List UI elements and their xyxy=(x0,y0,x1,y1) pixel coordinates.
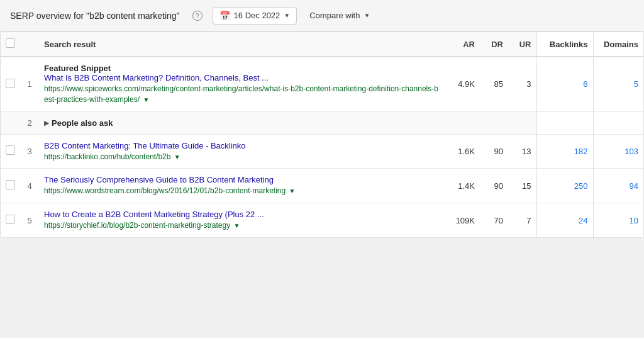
paa-row: ▶People also ask xyxy=(44,118,440,128)
serp-table: Search result AR DR UR Backlinks Domains… xyxy=(1,32,643,237)
featured-snippet-label: Featured Snippet xyxy=(44,64,440,73)
row-checkbox-cell xyxy=(1,134,20,169)
paa-label: People also ask xyxy=(52,118,113,128)
page-title: SERP overview for "b2b content marketing… xyxy=(10,11,180,21)
table-row: 2▶People also ask xyxy=(1,111,643,134)
row-number: 4 xyxy=(20,169,39,203)
compare-label: Compare with xyxy=(309,11,360,20)
row-number: 2 xyxy=(20,111,39,134)
header-checkbox[interactable] xyxy=(6,38,15,48)
row-checkbox[interactable] xyxy=(6,215,15,224)
row-checkbox-cell xyxy=(1,169,20,203)
row-ur xyxy=(508,111,536,134)
row-domains[interactable]: 10 xyxy=(593,203,643,237)
row-checkbox[interactable] xyxy=(6,145,15,155)
row-checkbox[interactable] xyxy=(6,79,15,88)
row-checkbox-cell xyxy=(1,203,20,237)
result-title[interactable]: The Seriously Comprehensive Guide to B2B… xyxy=(44,175,440,184)
row-checkbox-cell xyxy=(1,57,20,111)
row-search-result: ▶People also ask xyxy=(39,111,445,134)
row-search-result: B2B Content Marketing: The Ultimate Guid… xyxy=(39,134,445,169)
compare-with-button[interactable]: Compare with ▼ xyxy=(307,8,372,23)
result-url[interactable]: https://www.wordstream.com/blog/ws/2016/… xyxy=(44,186,440,196)
row-dr: 90 xyxy=(480,134,508,169)
col-header-domains: Domains xyxy=(593,32,643,57)
row-search-result: The Seriously Comprehensive Guide to B2B… xyxy=(39,169,445,203)
row-number: 3 xyxy=(20,134,39,169)
col-header-ur: UR xyxy=(508,32,536,57)
table-row: 5How to Create a B2B Content Marketing S… xyxy=(1,203,643,237)
chevron-down-icon: ▼ xyxy=(364,12,370,19)
url-dropdown-arrow[interactable]: ▼ xyxy=(143,96,149,103)
col-header-backlinks: Backlinks xyxy=(536,32,593,57)
url-dropdown-arrow[interactable]: ▼ xyxy=(233,222,240,229)
row-backlinks[interactable]: 24 xyxy=(536,203,593,237)
row-ur: 3 xyxy=(508,57,536,111)
row-number: 5 xyxy=(20,203,39,237)
row-backlinks[interactable]: 250 xyxy=(536,169,593,203)
row-dr: 85 xyxy=(480,57,508,111)
calendar-icon: 📅 xyxy=(219,11,230,21)
row-search-result: How to Create a B2B Content Marketing St… xyxy=(39,203,445,237)
result-title[interactable]: B2B Content Marketing: The Ultimate Guid… xyxy=(44,141,440,150)
col-header-checkbox[interactable] xyxy=(1,32,20,57)
row-ar: 1.6K xyxy=(445,134,480,169)
url-dropdown-arrow[interactable]: ▼ xyxy=(289,188,296,194)
page-header: SERP overview for "b2b content marketing… xyxy=(0,0,644,31)
row-backlinks xyxy=(536,111,593,134)
row-dr: 70 xyxy=(480,203,508,237)
row-checkbox[interactable] xyxy=(6,180,15,189)
row-dr: 90 xyxy=(480,169,508,203)
row-domains xyxy=(593,111,643,134)
row-number: 1 xyxy=(20,57,39,111)
result-title[interactable]: What Is B2B Content Marketing? Definitio… xyxy=(44,73,440,82)
row-domains[interactable]: 5 xyxy=(593,57,643,111)
col-header-ar: AR xyxy=(445,32,480,57)
row-ar: 1.4K xyxy=(445,169,480,203)
result-url[interactable]: https://www.spiceworks.com/marketing/con… xyxy=(44,84,440,105)
row-ur: 7 xyxy=(508,203,536,237)
table-row: 3B2B Content Marketing: The Ultimate Gui… xyxy=(1,134,643,169)
col-header-num xyxy=(20,32,39,57)
row-checkbox-cell xyxy=(1,111,20,134)
result-title[interactable]: How to Create a B2B Content Marketing St… xyxy=(44,210,440,219)
result-url[interactable]: https://storychief.io/blog/b2b-content-m… xyxy=(44,220,440,231)
col-header-search-result: Search result xyxy=(39,32,445,57)
serp-table-wrapper: Search result AR DR UR Backlinks Domains… xyxy=(0,31,644,238)
url-dropdown-arrow[interactable]: ▼ xyxy=(174,154,180,161)
row-ar xyxy=(445,111,480,134)
row-domains[interactable]: 103 xyxy=(593,134,643,169)
help-icon[interactable]: ? xyxy=(192,11,203,21)
table-header-row: Search result AR DR UR Backlinks Domains xyxy=(1,32,643,57)
date-label: 16 Dec 2022 xyxy=(234,11,280,20)
date-picker-button[interactable]: 📅 16 Dec 2022 ▼ xyxy=(213,7,297,25)
row-backlinks[interactable]: 6 xyxy=(536,57,593,111)
result-url[interactable]: https://backlinko.com/hub/content/b2b ▼ xyxy=(44,152,440,162)
row-search-result: Featured SnippetWhat Is B2B Content Mark… xyxy=(39,57,445,111)
row-backlinks[interactable]: 182 xyxy=(536,134,593,169)
row-ar: 109K xyxy=(445,203,480,237)
paa-expand-arrow[interactable]: ▶ xyxy=(44,119,49,127)
table-row: 1Featured SnippetWhat Is B2B Content Mar… xyxy=(1,57,643,111)
row-ur: 15 xyxy=(508,169,536,203)
row-dr xyxy=(480,111,508,134)
row-ar: 4.9K xyxy=(445,57,480,111)
table-row: 4The Seriously Comprehensive Guide to B2… xyxy=(1,169,643,203)
row-domains[interactable]: 94 xyxy=(593,169,643,203)
row-ur: 13 xyxy=(508,134,536,169)
chevron-down-icon: ▼ xyxy=(284,12,290,19)
col-header-dr: DR xyxy=(480,32,508,57)
